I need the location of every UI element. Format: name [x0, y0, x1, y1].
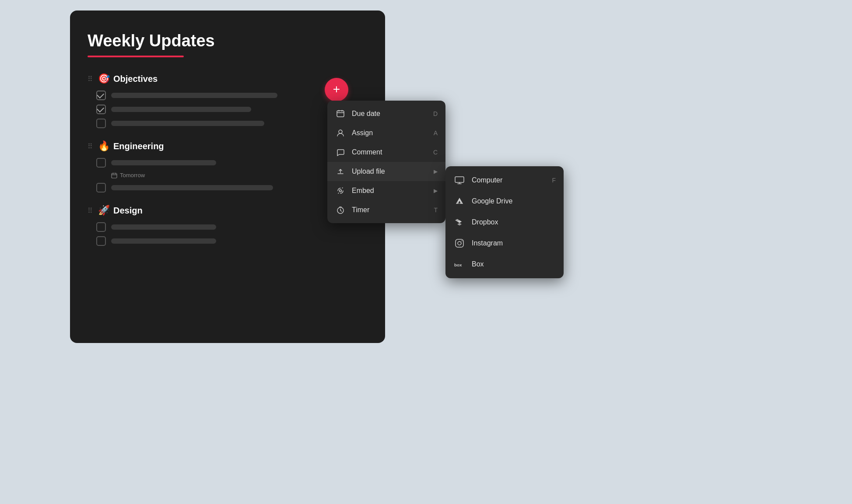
submenu-item-dropbox[interactable]: Dropbox — [445, 212, 564, 233]
engineering-emoji: 🔥 — [98, 140, 110, 152]
upload-file-label: Upload file — [352, 168, 434, 175]
tomorrow-label: Tomorrow — [120, 172, 145, 178]
svg-text:box: box — [454, 262, 462, 267]
svg-rect-0 — [112, 173, 117, 178]
svg-point-13 — [458, 242, 461, 245]
objectives-title: Objectives — [113, 74, 158, 84]
objectives-emoji: 🎯 — [98, 73, 110, 84]
comment-label: Comment — [352, 148, 433, 156]
calendar-icon — [111, 172, 117, 178]
upload-submenu: Computer F Google Drive Dropbox — [445, 166, 564, 278]
design-emoji: 🚀 — [98, 205, 110, 216]
due-date-label: Due date — [352, 110, 433, 118]
task-bar — [111, 160, 216, 165]
task-item — [88, 119, 368, 128]
context-menu: Due date D Assign A Comment C — [327, 101, 445, 223]
task-bar — [111, 185, 273, 190]
engineering-title: Engineering — [113, 141, 164, 151]
checkbox-5[interactable] — [96, 183, 106, 192]
submenu-item-computer[interactable]: Computer F — [445, 170, 564, 191]
checkbox-3[interactable] — [96, 119, 106, 128]
timer-label: Timer — [352, 206, 434, 214]
task-bar — [111, 238, 216, 244]
comment-shortcut: C — [433, 149, 438, 156]
section-header-objectives: ⠿ 🎯 Objectives — [88, 73, 368, 84]
checkbox-4[interactable] — [96, 158, 106, 168]
task-item — [88, 236, 368, 246]
submenu-item-box[interactable]: box Box — [445, 254, 564, 275]
section-design: ⠿ 🚀 Design — [88, 205, 368, 246]
due-date-icon — [335, 108, 346, 119]
task-bar — [111, 224, 216, 230]
checkbox-6[interactable] — [96, 222, 106, 232]
submenu-item-instagram[interactable]: Instagram — [445, 233, 564, 254]
submenu-item-google-drive[interactable]: Google Drive — [445, 191, 564, 212]
timer-icon — [335, 205, 346, 215]
svg-point-8 — [339, 130, 342, 133]
add-button[interactable]: + — [325, 78, 348, 102]
box-icon: box — [453, 258, 466, 270]
embed-icon — [335, 186, 346, 196]
section-header-design: ⠿ 🚀 Design — [88, 205, 368, 216]
comment-icon — [335, 147, 346, 158]
assign-label: Assign — [352, 129, 434, 137]
section-header-engineering: ⠿ 🔥 Engineering — [88, 140, 368, 152]
section-objectives: ⠿ 🎯 Objectives — [88, 73, 368, 128]
google-drive-icon — [453, 195, 466, 207]
computer-shortcut: F — [552, 177, 556, 184]
menu-item-due-date[interactable]: Due date D — [327, 104, 445, 123]
task-item — [88, 158, 368, 168]
checkbox-7[interactable] — [96, 236, 106, 246]
svg-point-14 — [462, 241, 463, 242]
task-item — [88, 105, 368, 114]
task-bar — [111, 121, 264, 126]
task-item — [88, 183, 368, 192]
dropbox-icon — [453, 216, 466, 228]
drag-handle[interactable]: ⠿ — [88, 75, 93, 83]
instagram-icon — [453, 237, 466, 249]
plus-icon: + — [333, 83, 340, 95]
computer-icon — [453, 174, 466, 186]
checkbox-2[interactable] — [96, 105, 106, 114]
menu-item-timer[interactable]: Timer T — [327, 200, 445, 220]
menu-item-assign[interactable]: Assign A — [327, 123, 445, 143]
box-label: Box — [472, 260, 556, 268]
drag-handle[interactable]: ⠿ — [88, 142, 93, 150]
assign-icon — [335, 128, 346, 138]
embed-arrow: ▶ — [434, 188, 438, 194]
task-item — [88, 222, 368, 232]
computer-label: Computer — [472, 176, 552, 184]
task-bar — [111, 93, 277, 98]
upload-icon — [335, 166, 346, 177]
title-underline — [88, 56, 184, 57]
svg-rect-4 — [337, 111, 344, 117]
page-title: Weekly Updates — [88, 32, 368, 50]
checkbox-1[interactable] — [96, 91, 106, 100]
dropbox-label: Dropbox — [472, 218, 556, 226]
date-tag: Tomorrow — [88, 172, 368, 178]
assign-shortcut: A — [434, 130, 438, 136]
google-drive-label: Google Drive — [472, 197, 556, 205]
section-engineering: ⠿ 🔥 Engineering Tomorrow — [88, 140, 368, 192]
svg-rect-11 — [455, 177, 464, 182]
upload-arrow: ▶ — [434, 168, 438, 175]
drag-handle[interactable]: ⠿ — [88, 206, 93, 215]
task-bar — [111, 107, 251, 112]
svg-rect-12 — [456, 239, 463, 247]
svg-point-9 — [340, 190, 342, 192]
menu-item-upload-file[interactable]: Upload file ▶ — [327, 162, 445, 181]
embed-label: Embed — [352, 187, 434, 195]
menu-item-comment[interactable]: Comment C — [327, 143, 445, 162]
timer-shortcut: T — [434, 206, 438, 214]
menu-item-embed[interactable]: Embed ▶ — [327, 181, 445, 200]
instagram-label: Instagram — [472, 239, 556, 247]
due-date-shortcut: D — [433, 110, 438, 117]
design-title: Design — [113, 206, 143, 216]
